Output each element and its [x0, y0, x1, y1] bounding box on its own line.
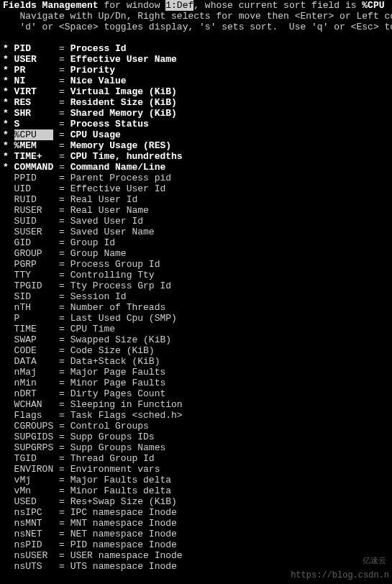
field-row-pr[interactable]: * PR = Priority — [0, 65, 392, 76]
fields-list[interactable]: * PID = Process Id* USER = Effective Use… — [0, 43, 392, 572]
field-row-tpgid[interactable]: TPGID = Tty Process Grp Id — [0, 280, 392, 291]
field-desc: Resident Size (KiB) — [70, 97, 177, 108]
field-row-ni[interactable]: * NI = Nice Value — [0, 76, 392, 86]
field-row-nmaj[interactable]: nMaj = Major Page Faults — [0, 367, 392, 378]
field-equals: = — [53, 410, 70, 421]
field-enabled-marker — [3, 561, 14, 572]
field-enabled-marker — [3, 227, 14, 237]
field-row-vmn[interactable]: vMn = Minor Faults delta — [0, 485, 392, 496]
field-row-time[interactable]: TIME = CPU Time — [0, 324, 392, 334]
field-desc: Command Name/Line — [70, 162, 166, 173]
field-name: nMin — [14, 378, 54, 388]
field-row-tgid[interactable]: TGID = Thread Group Id — [0, 453, 392, 464]
field-row-suid[interactable]: SUID = Saved User Id — [0, 216, 392, 227]
field-row-wchan[interactable]: WCHAN = Sleeping in Function — [0, 399, 392, 410]
field-row-code[interactable]: CODE = Code Size (KiB) — [0, 345, 392, 356]
field-name: CODE — [14, 345, 54, 356]
field-enabled-marker — [3, 410, 14, 421]
field-name: S — [14, 119, 54, 129]
field-desc: Effective User Name — [70, 54, 177, 65]
field-row-vmj[interactable]: vMj = Major Faults delta — [0, 475, 392, 485]
field-row-shr[interactable]: * SHR = Shared Memory (KiB) — [0, 108, 392, 119]
field-desc: Priority — [70, 65, 115, 76]
field-desc: Real User Name — [70, 205, 149, 216]
field-row-pid[interactable]: * PID = Process Id — [0, 43, 392, 54]
field-row-nspid[interactable]: nsPID = PID namespace Inode — [0, 539, 392, 550]
field-desc: Session Id — [70, 291, 127, 302]
field-equals: = — [53, 302, 70, 313]
field-row-suser[interactable]: SUSER = Saved User Name — [0, 227, 392, 237]
field-name: nsMNT — [14, 518, 54, 529]
field-equals: = — [53, 162, 70, 173]
header-help1: Navigate with Up/Dn, Right selects for m… — [0, 11, 392, 22]
field-equals: = — [53, 205, 70, 216]
field-row-nsmnt[interactable]: nsMNT = MNT namespace Inode — [0, 518, 392, 529]
field-desc: Number of Threads — [70, 302, 166, 313]
field-row-gid[interactable]: GID = Group Id — [0, 237, 392, 248]
field-row-nsnet[interactable]: nsNET = NET namespace Inode — [0, 529, 392, 539]
field-row-s[interactable]: * S = Process Status — [0, 119, 392, 129]
field-row-pgrp[interactable]: PGRP = Process Group Id — [0, 259, 392, 270]
field-row-supgrps[interactable]: SUPGRPS = Supp Groups Names — [0, 442, 392, 453]
field-name: nsPID — [14, 539, 54, 550]
field-row-swap[interactable]: SWAP = Swapped Size (KiB) — [0, 334, 392, 345]
field-desc: Code Size (KiB) — [70, 345, 155, 356]
field-name: nsNET — [14, 529, 54, 539]
field-name: nMaj — [14, 367, 54, 378]
field-row-nsipc[interactable]: nsIPC = IPC namespace Inode — [0, 507, 392, 518]
field-row-nmin[interactable]: nMin = Minor Page Faults — [0, 378, 392, 388]
field-enabled-marker — [3, 518, 14, 529]
field-name: COMMAND — [14, 162, 54, 173]
field-row-used[interactable]: USED = Res+Swap Size (KiB) — [0, 496, 392, 507]
field-enabled-marker — [3, 378, 14, 388]
field-desc: Sleeping in Function — [70, 399, 183, 410]
field-row-nth[interactable]: nTH = Number of Threads — [0, 302, 392, 313]
field-enabled-marker: * — [3, 151, 14, 162]
field-row-command[interactable]: * COMMAND = Command Name/Line — [0, 162, 392, 173]
field-row-p[interactable]: P = Last Used Cpu (SMP) — [0, 313, 392, 324]
field-enabled-marker — [3, 496, 14, 507]
field-equals: = — [53, 518, 70, 529]
field-equals: = — [53, 270, 70, 280]
field-row-sid[interactable]: SID = Session Id — [0, 291, 392, 302]
field-row-ppid[interactable]: PPID = Parent Process pid — [0, 173, 392, 183]
field-row-environ[interactable]: ENVIRON = Environment vars — [0, 464, 392, 475]
field-row-group[interactable]: GROUP = Group Name — [0, 248, 392, 259]
field-row-virt[interactable]: * VIRT = Virtual Image (KiB) — [0, 86, 392, 97]
field-row-tty[interactable]: TTY = Controlling Tty — [0, 270, 392, 280]
field-name: PPID — [14, 173, 54, 183]
field-row-data[interactable]: DATA = Data+Stack (KiB) — [0, 356, 392, 367]
field-row-res[interactable]: * RES = Resident Size (KiB) — [0, 97, 392, 108]
field-enabled-marker — [3, 345, 14, 356]
field-row-cpu[interactable]: * %CPU = CPU Usage — [0, 129, 392, 140]
field-enabled-marker: * — [3, 54, 14, 65]
field-name: SUPGRPS — [14, 442, 54, 453]
field-equals: = — [53, 140, 70, 151]
field-name: SUSER — [14, 227, 54, 237]
field-enabled-marker: * — [3, 119, 14, 129]
field-row-flags[interactable]: Flags = Task Flags <sched.h> — [0, 410, 392, 421]
field-row-time[interactable]: * TIME+ = CPU Time, hundredths — [0, 151, 392, 162]
field-desc: Saved User Id — [70, 216, 143, 227]
field-name: %CPU — [14, 129, 54, 140]
field-desc: Supp Groups IDs — [70, 432, 155, 442]
field-desc: UTS namespace Inode — [70, 561, 177, 572]
field-desc: Shared Memory (KiB) — [70, 108, 177, 119]
field-row-ndrt[interactable]: nDRT = Dirty Pages Count — [0, 388, 392, 399]
field-row-user[interactable]: * USER = Effective User Name — [0, 54, 392, 65]
field-row-mem[interactable]: * %MEM = Memory Usage (RES) — [0, 140, 392, 151]
field-name: P — [14, 313, 54, 324]
field-row-ruid[interactable]: RUID = Real User Id — [0, 194, 392, 205]
field-enabled-marker: * — [3, 76, 14, 86]
field-enabled-marker — [3, 173, 14, 183]
field-row-uid[interactable]: UID = Effective User Id — [0, 183, 392, 194]
field-row-cgroups[interactable]: CGROUPS = Control Groups — [0, 421, 392, 432]
field-row-ruser[interactable]: RUSER = Real User Name — [0, 205, 392, 216]
field-desc: Environment vars — [70, 464, 160, 475]
field-desc: Supp Groups Names — [70, 442, 166, 453]
field-row-nsuser[interactable]: nsUSER = USER namespace Inode — [0, 550, 392, 561]
field-row-supgids[interactable]: SUPGIDS = Supp Groups IDs — [0, 432, 392, 442]
field-desc: Controlling Tty — [70, 270, 155, 280]
field-enabled-marker — [3, 259, 14, 270]
field-equals: = — [53, 485, 70, 496]
